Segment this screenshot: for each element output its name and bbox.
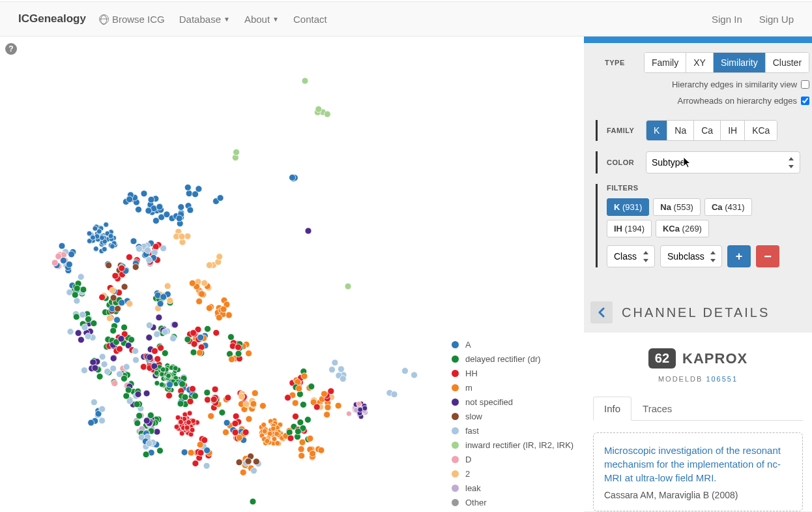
svg-point-413 <box>190 385 196 392</box>
svg-point-816 <box>154 331 160 337</box>
help-icon[interactable]: ? <box>5 43 17 55</box>
modeldb-link[interactable]: 106551 <box>706 375 738 383</box>
legend: Adelayed rectifier (dr)HHmnot specifieds… <box>442 332 584 512</box>
family-group-k[interactable]: K <box>646 121 667 140</box>
svg-point-418 <box>192 393 198 399</box>
svg-point-834 <box>216 254 223 260</box>
back-button[interactable] <box>590 301 613 324</box>
svg-point-828 <box>184 184 191 190</box>
family-group-ca[interactable]: Ca <box>694 121 721 140</box>
svg-point-142 <box>179 233 185 240</box>
color-select[interactable]: Subtype <box>646 151 800 173</box>
svg-point-91 <box>108 233 113 239</box>
svg-point-419 <box>179 381 186 387</box>
subclass-select[interactable]: Subclass <box>660 245 722 267</box>
svg-point-323 <box>159 382 164 387</box>
svg-point-458 <box>239 393 245 400</box>
legend-dot <box>452 341 459 348</box>
type-group-family[interactable]: Family <box>645 53 686 72</box>
svg-point-256 <box>78 337 84 343</box>
paper-title[interactable]: Microscopic investigation of the resonan… <box>604 444 792 485</box>
nav-right: Sign In Sign Up <box>697 14 794 25</box>
nav-database[interactable]: Database▼ <box>179 14 230 25</box>
chk-arrowheads[interactable]: Arrowheads on hierarchy edges <box>605 96 809 106</box>
svg-point-754 <box>298 453 305 459</box>
tab-traces[interactable]: Traces <box>631 397 683 421</box>
type-group-similarity[interactable]: Similarity <box>714 53 766 72</box>
class-select[interactable]: Class <box>607 245 655 267</box>
svg-point-109 <box>66 261 72 267</box>
family-group-kca[interactable]: KCa <box>745 121 777 140</box>
remove-filter-button[interactable]: − <box>756 245 779 267</box>
svg-point-203 <box>115 305 121 312</box>
legend-item: Other <box>452 498 575 507</box>
add-filter-button[interactable]: + <box>727 245 751 267</box>
svg-point-400 <box>166 392 173 399</box>
svg-point-234 <box>225 312 232 318</box>
svg-point-700 <box>300 401 306 408</box>
family-group-ih[interactable]: IH <box>721 121 745 140</box>
chk-arrowheads-input[interactable] <box>801 97 809 105</box>
sidebar: TYPE FamilyXYSimilarityCluster Hierarchy… <box>584 37 812 512</box>
type-group-xy[interactable]: XY <box>686 53 714 72</box>
svg-point-644 <box>203 462 210 469</box>
nav-contact[interactable]: Contact <box>293 14 327 25</box>
svg-point-110 <box>60 258 66 264</box>
filter-tag-k[interactable]: K (931) <box>607 198 649 216</box>
svg-point-624 <box>143 417 150 424</box>
svg-point-701 <box>285 395 291 401</box>
brand: ICGenealogy <box>18 12 86 25</box>
tab-info[interactable]: Info <box>593 397 631 421</box>
svg-point-385 <box>99 354 106 360</box>
svg-point-415 <box>187 399 194 405</box>
top-navbar: ICGenealogy Browse ICG Database▼ About▼ … <box>0 1 812 37</box>
type-label: TYPE <box>605 59 644 67</box>
nav-about[interactable]: About▼ <box>244 14 279 25</box>
legend-dot <box>452 470 459 477</box>
svg-point-11 <box>141 190 147 197</box>
nav-signin[interactable]: Sign In <box>712 14 742 25</box>
svg-point-849 <box>143 390 150 397</box>
legend-label: HH <box>465 369 478 378</box>
svg-point-676 <box>253 459 259 465</box>
svg-point-160 <box>112 273 119 279</box>
svg-point-502 <box>186 420 192 425</box>
filter-tag-kca[interactable]: KCa (269) <box>656 220 709 237</box>
family-group-na[interactable]: Na <box>667 121 694 140</box>
svg-point-835 <box>99 417 106 424</box>
filter-tag-ca[interactable]: Ca (431) <box>704 198 752 216</box>
visualization-panel[interactable]: ? Adelayed rectifier (dr)HHmnot specifie… <box>0 37 584 512</box>
svg-point-825 <box>186 190 192 197</box>
svg-point-767 <box>250 498 256 505</box>
svg-point-780 <box>246 350 252 357</box>
svg-point-134 <box>145 247 151 254</box>
legend-item: slow <box>452 412 575 421</box>
svg-point-4 <box>315 106 322 112</box>
svg-point-803 <box>197 350 203 356</box>
nav-browse[interactable]: Browse ICG <box>99 14 165 25</box>
svg-point-427 <box>204 389 210 396</box>
svg-point-699 <box>292 400 298 406</box>
svg-point-22 <box>152 217 159 224</box>
svg-point-129 <box>152 243 159 250</box>
scatter-plot[interactable] <box>18 68 442 511</box>
svg-point-581 <box>270 426 276 431</box>
chk-hierarchy-edges[interactable]: Hierarchy edges in similarity view <box>605 80 809 89</box>
svg-point-356 <box>154 370 159 376</box>
nav-signup[interactable]: Sign Up <box>759 14 794 25</box>
svg-point-39 <box>178 204 184 211</box>
legend-item: A <box>452 340 575 350</box>
svg-point-104 <box>68 251 75 258</box>
legend-label: not specified <box>465 397 513 407</box>
legend-label: D <box>465 455 471 464</box>
legend-dot <box>452 370 459 377</box>
filter-tag-ih[interactable]: IH (194) <box>607 220 652 237</box>
chk-hierarchy-input[interactable] <box>801 80 809 89</box>
type-group-cluster[interactable]: Cluster <box>766 53 809 72</box>
svg-point-89 <box>93 226 98 231</box>
svg-point-583 <box>297 419 304 426</box>
svg-point-425 <box>205 397 211 403</box>
svg-point-185 <box>126 301 133 307</box>
svg-point-38 <box>187 207 194 213</box>
filter-tag-na[interactable]: Na (553) <box>653 198 701 216</box>
